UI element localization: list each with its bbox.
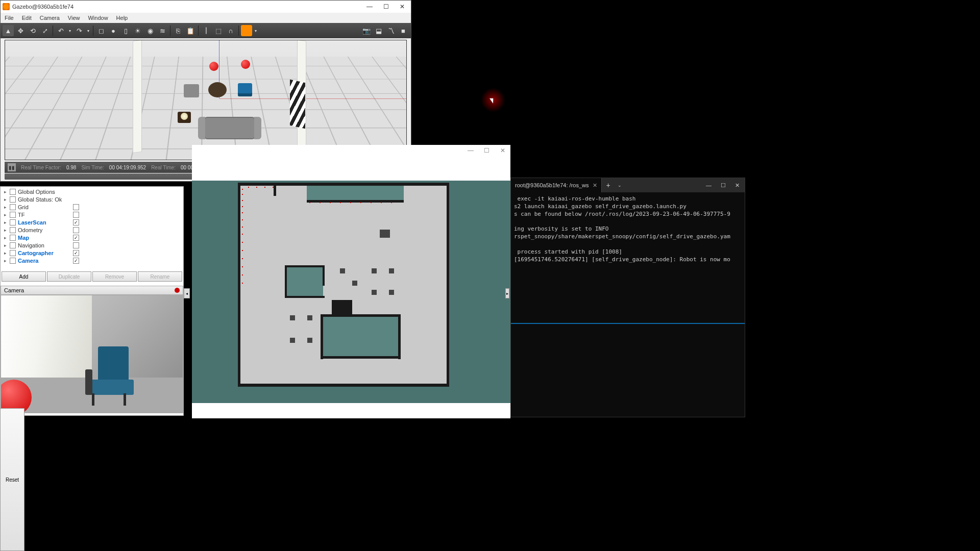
menu-window[interactable]: Window	[88, 15, 108, 21]
terminal-titlebar[interactable]: root@9360a5b1fe74: /ros_ws ✕ + ⌄ — ☐ ✕	[511, 178, 745, 192]
light-point-tool[interactable]: ☀	[132, 25, 143, 36]
rviz-item-navigation[interactable]: ▸Navigation	[3, 241, 181, 249]
display-enable-checkbox[interactable]	[73, 204, 79, 210]
expand-icon[interactable]: ▸	[3, 251, 8, 256]
display-enable-checkbox[interactable]	[73, 242, 79, 248]
panel-collapse-left[interactable]: ◂	[184, 288, 190, 298]
expand-icon[interactable]: ▸	[3, 197, 8, 202]
display-enable-checkbox[interactable]: ✓	[73, 219, 79, 226]
room-model	[133, 40, 306, 158]
rviz-item-laserscan[interactable]: ▸LaserScan✓	[3, 218, 181, 226]
screenshot-tool[interactable]: 📷	[361, 25, 372, 36]
terminal-pane-divider[interactable]	[511, 323, 745, 324]
map-maximize-button[interactable]: ☐	[484, 147, 491, 154]
expand-icon[interactable]: ▸	[3, 258, 8, 263]
rviz-item-global-status-ok[interactable]: ▸Global Status: Ok	[3, 195, 181, 203]
rviz-item-map[interactable]: ▸Map✓	[3, 234, 181, 241]
terminal-new-tab[interactable]: +	[602, 181, 614, 189]
close-button[interactable]: ✕	[399, 3, 406, 10]
gazebo-3d-viewport[interactable]	[5, 40, 407, 160]
terminal-maximize[interactable]: ☐	[721, 182, 726, 189]
rviz-item-global-options[interactable]: ▸Global Options	[3, 188, 181, 195]
record-tool[interactable]: ■	[398, 25, 409, 36]
menu-camera[interactable]: Camera	[40, 15, 60, 21]
rviz-camera-panel-header[interactable]: Camera	[1, 286, 183, 295]
menu-edit[interactable]: Edit	[22, 15, 32, 21]
map-close-button[interactable]: ✕	[500, 147, 507, 154]
panel-collapse-right[interactable]: ▸	[505, 288, 509, 298]
translate-tool[interactable]: ✥	[15, 25, 26, 36]
add-display-button[interactable]: Add	[2, 271, 46, 282]
snap-tool[interactable]: ⬚	[213, 25, 224, 36]
rviz-item-cartographer[interactable]: ▸Cartographer✓	[3, 249, 181, 257]
record-indicator-icon	[175, 288, 180, 293]
remove-display-button[interactable]: Remove	[92, 271, 137, 282]
rviz-reset-button[interactable]: Reset	[0, 408, 24, 551]
expand-icon[interactable]: ▸	[3, 212, 8, 217]
terminal-output[interactable]: exec -it kaiaai-ros-dev-humble bash s2 l…	[511, 192, 745, 267]
display-enable-checkbox[interactable]: ✓	[73, 258, 79, 264]
display-enable-checkbox[interactable]: ✓	[73, 250, 79, 256]
terminal-tab[interactable]: root@9360a5b1fe74: /ros_ws ✕	[511, 178, 602, 192]
sphere-tool[interactable]: ●	[108, 25, 119, 36]
light-dir-tool[interactable]: ≋	[157, 25, 168, 36]
terminal-tab-dropdown[interactable]: ⌄	[615, 183, 625, 188]
display-enable-checkbox[interactable]: ✓	[73, 235, 79, 241]
display-label: Camera	[18, 258, 71, 264]
minimize-button[interactable]: —	[366, 3, 373, 10]
undo-tool[interactable]: ↶	[55, 25, 66, 36]
terminal-tab-close[interactable]: ✕	[593, 182, 597, 189]
display-type-icon	[10, 242, 16, 248]
plot-tool[interactable]: 〽	[385, 25, 397, 36]
rviz-map-window: — ☐ ✕	[192, 145, 510, 418]
selection-highlight-tool[interactable]	[241, 25, 252, 36]
menu-help[interactable]: Help	[116, 15, 128, 21]
terminal-minimize[interactable]: —	[706, 182, 712, 189]
gazebo-titlebar[interactable]: Gazebo@9360a5b1fe74 — ☐ ✕	[1, 1, 411, 13]
scale-tool[interactable]: ⤢	[39, 25, 51, 36]
redo-dropdown[interactable]: ▾	[86, 25, 91, 36]
paste-tool[interactable]: 📋	[185, 25, 196, 36]
undo-dropdown[interactable]: ▾	[67, 25, 72, 36]
map-canvas[interactable]	[192, 181, 510, 403]
rviz-item-tf[interactable]: ▸TF	[3, 211, 181, 218]
rename-display-button[interactable]: Rename	[138, 271, 182, 282]
display-enable-checkbox[interactable]	[73, 212, 79, 218]
rviz-item-grid[interactable]: ▸Grid	[3, 203, 181, 211]
magnet-tool[interactable]: ∩	[225, 25, 236, 36]
expand-icon[interactable]: ▸	[3, 189, 8, 194]
cylinder-tool[interactable]: ▯	[120, 25, 131, 36]
pause-button[interactable]: ▮▮	[8, 163, 16, 171]
map-minimize-button[interactable]: —	[468, 147, 475, 154]
rviz-camera-view[interactable]	[1, 295, 183, 413]
expand-icon[interactable]: ▸	[3, 205, 8, 210]
terminal-close[interactable]: ✕	[735, 182, 740, 189]
display-enable-checkbox[interactable]	[73, 227, 79, 233]
copy-tool[interactable]: ⎘	[173, 25, 184, 36]
align-tool[interactable]: ⎹⎸	[201, 25, 212, 36]
menu-file[interactable]: File	[5, 15, 14, 21]
log-tool[interactable]: ⬓	[373, 25, 384, 36]
box-tool[interactable]: ◻	[95, 25, 107, 36]
duplicate-display-button[interactable]: Duplicate	[47, 271, 91, 282]
expand-icon[interactable]: ▸	[3, 243, 8, 248]
rtf-label: Real Time Factor:	[21, 165, 61, 170]
menu-view[interactable]: View	[68, 15, 80, 21]
rviz-display-buttons: Add Duplicate Remove Rename	[1, 270, 183, 283]
maximize-button[interactable]: ☐	[382, 3, 389, 10]
map-window-buttons: — ☐ ✕	[468, 147, 507, 154]
display-label: Grid	[18, 204, 71, 210]
redo-tool[interactable]: ↷	[74, 25, 85, 36]
expand-icon[interactable]: ▸	[3, 235, 8, 240]
rviz-item-odometry[interactable]: ▸Odometry	[3, 226, 181, 234]
select-tool[interactable]: ▲	[3, 25, 14, 36]
rviz-item-camera[interactable]: ▸Camera✓	[3, 257, 181, 264]
expand-icon[interactable]: ▸	[3, 228, 8, 233]
expand-icon[interactable]: ▸	[3, 220, 8, 225]
red-sphere-2	[241, 60, 250, 69]
display-type-icon	[10, 227, 16, 233]
selection-dropdown[interactable]: ▾	[253, 25, 258, 36]
light-spot-tool[interactable]: ◉	[144, 25, 156, 36]
rotate-tool[interactable]: ⟲	[27, 25, 38, 36]
display-label: Cartographer	[18, 250, 71, 256]
